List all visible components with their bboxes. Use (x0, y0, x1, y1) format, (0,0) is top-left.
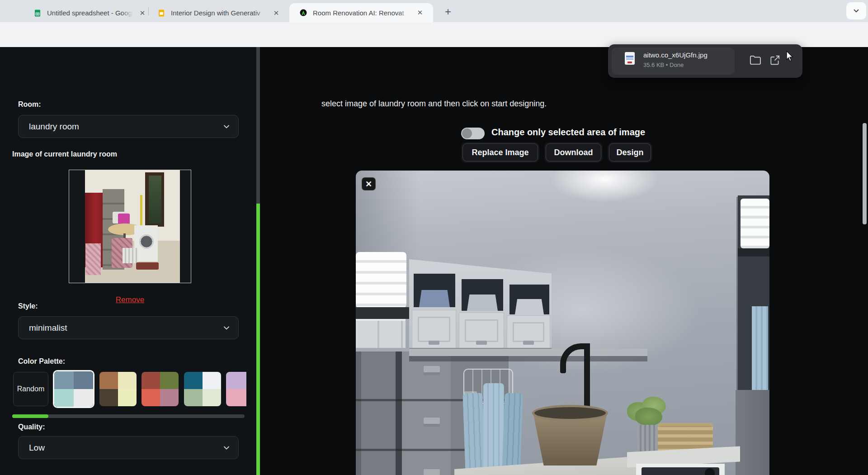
washer-knob (705, 468, 715, 475)
replace-image-button[interactable]: Replace Image (462, 143, 538, 162)
palette-color (99, 389, 118, 406)
aitwo-logo-icon (299, 9, 307, 17)
room-select[interactable]: laundry room (18, 115, 239, 138)
tab-spreadsheet[interactable]: Untitled spreadsheet - Googl ✕ (13, 4, 148, 22)
palette-color (184, 389, 203, 406)
palette-color (142, 372, 160, 389)
palette-color (203, 389, 221, 406)
download-filename: aitwo.co_x6UjGfn.jpg (643, 51, 708, 59)
plant (635, 408, 662, 426)
rendered-room-image[interactable]: ✕ (356, 171, 769, 475)
shelf (356, 307, 411, 319)
shelf-board (409, 349, 647, 356)
selected-area-toggle[interactable] (461, 128, 485, 139)
close-tab-icon[interactable]: ✕ (137, 8, 147, 18)
cabinet-door (412, 310, 456, 349)
plant-vase (637, 425, 657, 452)
palette-color (226, 372, 245, 389)
style-select-value: minimalist (29, 323, 67, 333)
style-select[interactable]: minimalist (18, 316, 239, 339)
download-bubble: aitwo.co_x6UjGfn.jpg 35.6 KB • Done (608, 44, 802, 78)
blue-towel (502, 393, 523, 475)
current-room-thumbnail[interactable] (69, 170, 191, 283)
browser-toolbar: ← → ↻ aitwo.co/ai-interior-design ⋮ (0, 22, 868, 47)
thumb-mat (136, 262, 159, 270)
quality-select[interactable]: Low (18, 436, 239, 459)
palette-color (99, 372, 118, 389)
blue-towel (462, 393, 486, 475)
page-scrollbar-thumb[interactable] (863, 123, 867, 224)
room-select-value: laundry room (29, 122, 79, 132)
close-tab-icon[interactable]: ✕ (271, 8, 281, 18)
room-label: Room: (18, 100, 41, 109)
random-palette-button[interactable]: Random (13, 372, 48, 406)
vessel-sink-rim (532, 405, 608, 421)
cubby-bin (419, 290, 450, 307)
palette-swatch-clipped[interactable] (226, 372, 246, 406)
google-sheets-icon (33, 9, 42, 17)
chevron-down-icon (222, 443, 231, 452)
close-tab-icon[interactable]: ✕ (415, 8, 425, 18)
instruction-text: select image of laundry room and then cl… (321, 99, 547, 109)
ceiling-light-glow (550, 171, 659, 202)
download-status: 35.6 KB • Done (643, 62, 684, 68)
chevron-down-icon (222, 122, 231, 131)
palette-swatch-selected[interactable] (53, 370, 94, 408)
towel-stack (741, 199, 769, 248)
storage-bins (356, 319, 406, 351)
mouse-cursor (786, 51, 797, 62)
design-controls-sidebar: Room: laundry room Image of current laun… (0, 47, 256, 475)
locker-label-plate (424, 366, 440, 375)
faucet-spout (560, 365, 566, 373)
right-cabinet (736, 390, 769, 475)
jpg-file-icon (624, 52, 635, 65)
vessel-sink (533, 415, 607, 466)
palette-swatch[interactable] (142, 372, 179, 406)
browser-window: Untitled spreadsheet - Googl ✕ Interior … (0, 0, 868, 475)
hanging-towel (752, 306, 768, 394)
toggle-knob (462, 128, 472, 138)
palette-swatch[interactable] (99, 372, 137, 406)
locker-label-plate (424, 418, 440, 427)
palette-color (245, 372, 246, 389)
palette-color (203, 372, 221, 389)
palette-row: Random (13, 369, 246, 409)
palette-color (54, 389, 74, 407)
cubby-bin (515, 299, 544, 314)
blue-towel (483, 383, 504, 475)
tab-title: Interior Design with Generativ (171, 9, 267, 17)
thumb-washer-door (139, 234, 154, 249)
palette-color (142, 389, 160, 406)
cabinet-door (507, 315, 550, 349)
google-slides-icon (157, 9, 165, 17)
color-palette-label: Color Palette: (18, 357, 65, 366)
toggle-label: Change only selected area of image (491, 127, 645, 138)
sidebar-divider-scrollbar[interactable] (256, 47, 260, 475)
palette-swatch[interactable] (184, 372, 221, 406)
thumb-clutter (118, 214, 130, 224)
tab-title: Room Renovation AI: Renovat (313, 9, 410, 17)
towel-stack (356, 252, 406, 308)
palette-color (160, 372, 179, 389)
download-button[interactable]: Download (546, 143, 601, 162)
tab-divider (148, 7, 149, 15)
remove-image-link[interactable]: Remove (69, 295, 191, 304)
locker-label-plate (424, 469, 440, 475)
tab-room-renovation-active[interactable]: Room Renovation AI: Renovat ✕ (289, 3, 433, 22)
palette-scrollbar[interactable] (12, 414, 245, 418)
show-in-folder-icon[interactable] (749, 54, 762, 66)
tab-strip: Untitled spreadsheet - Googl ✕ Interior … (0, 0, 868, 22)
close-image-button[interactable]: ✕ (362, 177, 376, 190)
new-tab-button[interactable]: + (441, 5, 455, 19)
tab-interior-design[interactable]: Interior Design with Generativ ✕ (154, 4, 286, 22)
thumb-laundry-basket (123, 248, 138, 263)
shelf-shadow (409, 356, 647, 361)
tab-search-chevron-button[interactable] (846, 2, 866, 19)
palette-color (118, 389, 137, 406)
design-button[interactable]: Design (609, 143, 651, 162)
chevron-down-icon (222, 323, 231, 332)
chevron-down-icon (852, 7, 860, 15)
palette-scrollbar-thumb[interactable] (12, 414, 48, 418)
open-in-new-icon[interactable] (769, 54, 781, 66)
palette-color (54, 371, 74, 389)
